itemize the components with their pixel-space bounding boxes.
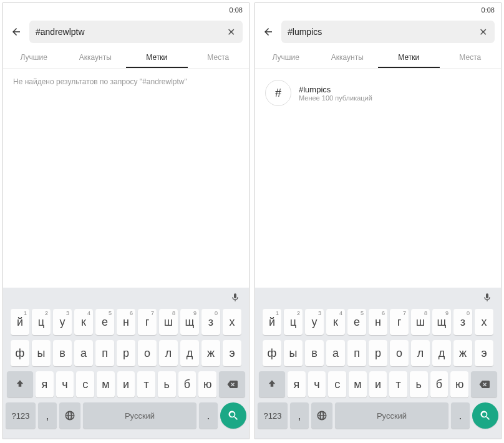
key-п[interactable]: п <box>347 340 366 366</box>
key-я[interactable]: я <box>288 371 306 397</box>
key-symbols[interactable]: ?123 <box>258 402 288 429</box>
key-х[interactable]: х <box>475 309 493 335</box>
phone-left: 0:08 ✕ Лучшие Аккаунты Метки Места Не на… <box>2 2 250 439</box>
search-key-icon[interactable] <box>472 402 498 429</box>
key-о[interactable]: о <box>138 340 157 366</box>
key-й[interactable]: й1 <box>263 309 281 335</box>
key-comma[interactable]: , <box>38 402 57 429</box>
key-ь[interactable]: ь <box>158 371 176 397</box>
key-н[interactable]: н6 <box>117 309 135 335</box>
tab-accounts[interactable]: Аккаунты <box>317 47 379 68</box>
key-ф[interactable]: ф <box>263 340 281 366</box>
key-ж[interactable]: ж <box>201 340 220 366</box>
key-м[interactable]: м <box>349 371 367 397</box>
key-ц[interactable]: ц2 <box>32 309 51 335</box>
key-ш[interactable]: ш8 <box>411 309 430 335</box>
key-symbols[interactable]: ?123 <box>6 402 36 429</box>
key-й[interactable]: й1 <box>11 309 29 335</box>
key-period[interactable]: . <box>451 402 470 429</box>
key-ч[interactable]: ч <box>56 371 74 397</box>
key-т[interactable]: т <box>137 371 155 397</box>
clear-icon[interactable]: ✕ <box>477 26 488 37</box>
key-д[interactable]: д <box>180 340 199 366</box>
key-е[interactable]: е5 <box>95 309 114 335</box>
tab-tags[interactable]: Метки <box>378 47 440 68</box>
search-box[interactable]: ✕ <box>29 21 243 43</box>
key-л[interactable]: л <box>159 340 178 366</box>
key-р[interactable]: р <box>117 340 135 366</box>
key-е[interactable]: е5 <box>347 309 366 335</box>
key-period[interactable]: . <box>199 402 218 429</box>
globe-icon[interactable] <box>311 402 332 429</box>
hashtag-result[interactable]: # #lumpics Менее 100 публикаций <box>265 77 491 109</box>
tab-places[interactable]: Места <box>440 47 502 68</box>
shift-icon[interactable] <box>259 371 285 397</box>
key-ш[interactable]: ш8 <box>159 309 178 335</box>
key-я[interactable]: я <box>36 371 54 397</box>
key-space[interactable]: Русский <box>335 402 448 429</box>
key-ф[interactable]: ф <box>11 340 29 366</box>
tabs: Лучшие Аккаунты Метки Места <box>3 47 249 69</box>
search-input[interactable] <box>36 27 225 37</box>
key-в[interactable]: в <box>53 340 72 366</box>
key-а[interactable]: а <box>326 340 345 366</box>
key-space[interactable]: Русский <box>83 402 196 429</box>
key-у[interactable]: у3 <box>53 309 72 335</box>
key-з[interactable]: з0 <box>201 309 220 335</box>
key-э[interactable]: э <box>475 340 493 366</box>
key-э[interactable]: э <box>223 340 241 366</box>
key-щ[interactable]: щ9 <box>432 309 451 335</box>
tab-places[interactable]: Места <box>188 47 250 68</box>
key-о[interactable]: о <box>390 340 409 366</box>
key-п[interactable]: п <box>95 340 114 366</box>
key-б[interactable]: б <box>178 371 196 397</box>
key-т[interactable]: т <box>389 371 407 397</box>
back-arrow-icon[interactable] <box>9 25 23 39</box>
key-ю[interactable]: ю <box>198 371 216 397</box>
key-ю[interactable]: ю <box>450 371 468 397</box>
tab-best[interactable]: Лучшие <box>255 47 317 68</box>
shift-icon[interactable] <box>7 371 33 397</box>
key-з[interactable]: з0 <box>453 309 472 335</box>
key-с[interactable]: с <box>76 371 94 397</box>
key-у[interactable]: у3 <box>305 309 324 335</box>
key-ж[interactable]: ж <box>453 340 472 366</box>
tab-tags[interactable]: Метки <box>126 47 188 68</box>
key-в[interactable]: в <box>305 340 324 366</box>
key-щ[interactable]: щ9 <box>180 309 199 335</box>
key-ы[interactable]: ы <box>32 340 51 366</box>
key-г[interactable]: г7 <box>390 309 409 335</box>
mic-icon[interactable] <box>482 293 492 305</box>
tab-accounts[interactable]: Аккаунты <box>65 47 127 68</box>
key-г[interactable]: г7 <box>138 309 157 335</box>
mic-icon[interactable] <box>230 293 240 305</box>
key-н[interactable]: н6 <box>369 309 387 335</box>
key-и[interactable]: и <box>117 371 135 397</box>
clear-icon[interactable]: ✕ <box>225 26 236 37</box>
backspace-icon[interactable] <box>471 371 497 397</box>
search-input[interactable] <box>288 27 477 37</box>
key-comma[interactable]: , <box>290 402 309 429</box>
backspace-icon[interactable] <box>219 371 245 397</box>
key-к[interactable]: к4 <box>74 309 93 335</box>
key-к[interactable]: к4 <box>326 309 345 335</box>
key-м[interactable]: м <box>97 371 115 397</box>
key-ч[interactable]: ч <box>308 371 326 397</box>
no-results-text: Не найдено результатов по запросу "#andr… <box>13 77 239 86</box>
key-с[interactable]: с <box>328 371 346 397</box>
key-а[interactable]: а <box>74 340 93 366</box>
key-ц[interactable]: ц2 <box>284 309 303 335</box>
search-box[interactable]: ✕ <box>281 21 495 43</box>
key-ь[interactable]: ь <box>410 371 428 397</box>
key-р[interactable]: р <box>369 340 387 366</box>
key-и[interactable]: и <box>369 371 387 397</box>
key-б[interactable]: б <box>430 371 448 397</box>
key-л[interactable]: л <box>411 340 430 366</box>
tab-best[interactable]: Лучшие <box>3 47 65 68</box>
globe-icon[interactable] <box>59 402 80 429</box>
key-х[interactable]: х <box>223 309 241 335</box>
back-arrow-icon[interactable] <box>261 25 275 39</box>
key-д[interactable]: д <box>432 340 451 366</box>
search-key-icon[interactable] <box>220 402 246 429</box>
key-ы[interactable]: ы <box>284 340 303 366</box>
